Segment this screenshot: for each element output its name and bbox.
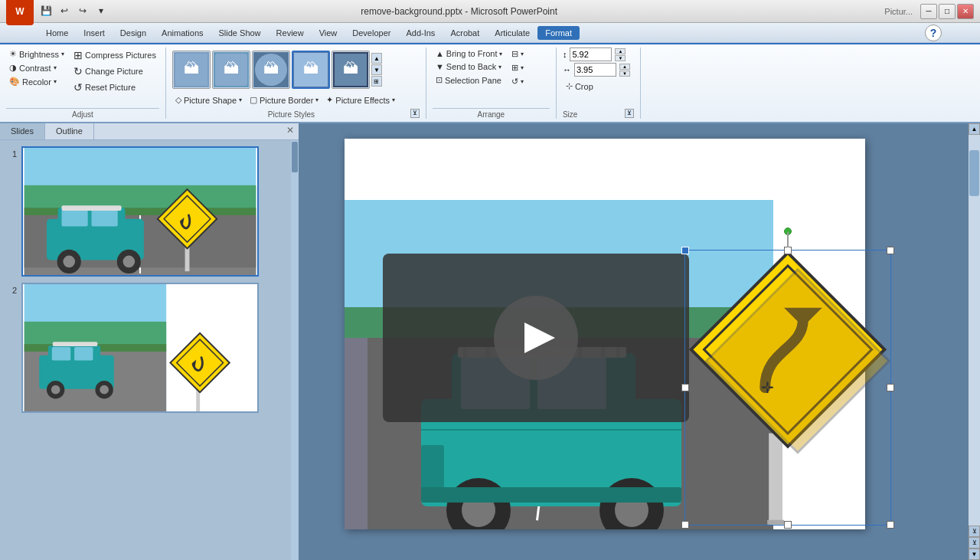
maximize-button[interactable]: □ (939, 4, 956, 19)
selection-pane-button[interactable]: ⊡ Selection Pane (433, 74, 506, 87)
minimize-button[interactable]: ─ (920, 4, 937, 19)
size-expand-button[interactable]: ⊻ (625, 109, 634, 118)
svg-rect-58 (345, 338, 368, 529)
app-label: Pictur... (884, 7, 913, 16)
menu-insert[interactable]: Insert (76, 26, 113, 40)
height-down-arrow[interactable]: ▼ (615, 55, 626, 61)
menu-view[interactable]: View (312, 26, 345, 40)
picture-styles-bottom: Picture Styles ⊻ (172, 107, 420, 119)
picture-border-icon: ▢ (250, 95, 257, 105)
svg-point-44 (51, 385, 60, 395)
slide-thumb-1[interactable] (21, 146, 259, 277)
reset-picture-button[interactable]: ↺ Reset Picture (70, 80, 159, 95)
style-thumb-1[interactable]: 🏔 (172, 51, 211, 89)
handle-se[interactable] (887, 521, 894, 529)
move-cursor-icon[interactable]: ✛ (761, 378, 774, 397)
slides-scrollbar-thumb[interactable] (292, 142, 298, 172)
style-thumb-3[interactable]: 🏔 (252, 51, 290, 89)
style-expand[interactable]: ⊞ (371, 76, 382, 87)
close-button[interactable]: ✕ (957, 4, 974, 19)
slide-number-2: 2 (6, 283, 17, 295)
tab-outline[interactable]: Outline (45, 123, 94, 139)
menu-format[interactable]: Format (537, 26, 580, 40)
menu-developer[interactable]: Developer (345, 26, 398, 40)
picture-effects-icon: ✦ (326, 95, 333, 105)
handle-ne[interactable] (887, 247, 894, 254)
contrast-button[interactable]: ◑ Contrast ▾ (6, 61, 67, 74)
menu-design[interactable]: Design (113, 26, 154, 40)
crop-button[interactable]: ⊹ Crop (563, 80, 630, 93)
slide-canvas: ✛ (345, 139, 865, 529)
save-qat-button[interactable]: 💾 (38, 3, 54, 18)
width-up-arrow[interactable]: ▲ (619, 64, 630, 70)
handle-nw[interactable] (681, 247, 689, 254)
picture-border-button[interactable]: ▢ Picture Border ▾ (247, 93, 322, 106)
slide-number-1: 1 (6, 146, 17, 159)
bring-to-front-button[interactable]: ▲ Bring to Front ▾ (433, 47, 506, 60)
height-input[interactable] (570, 47, 612, 61)
align-button[interactable]: ⊟ ▾ (508, 47, 527, 61)
rotation-line (787, 232, 789, 247)
handle-n[interactable] (784, 247, 792, 254)
tab-slides[interactable]: Slides (0, 123, 45, 139)
rotate-icon: ↺ (511, 77, 518, 87)
vscroll-thumb[interactable] (969, 150, 979, 196)
handle-sw[interactable] (681, 521, 689, 529)
compress-button[interactable]: ⊞ Compress Pictures (70, 47, 159, 63)
slide-item-1[interactable]: 1 (6, 146, 285, 277)
align-icon: ⊟ (511, 49, 518, 59)
handle-w[interactable] (681, 384, 689, 391)
menu-animations[interactable]: Animations (154, 26, 211, 40)
slide-panel-close[interactable]: ✕ (282, 123, 299, 139)
picture-effects-button[interactable]: ✦ Picture Effects ▾ (323, 93, 398, 106)
adjust-col-1: ☀ Brightness ▾ ◑ Contrast ▾ 🎨 Recolor ▾ (6, 47, 67, 88)
ribbon-group-size: ↕ ▲ ▼ ↔ ▲ ▼ (557, 47, 641, 119)
rotate-button[interactable]: ↺ ▾ (508, 75, 527, 88)
handle-s[interactable] (784, 521, 792, 529)
send-to-back-button[interactable]: ▼ Send to Back ▾ (433, 61, 506, 73)
brightness-button[interactable]: ☀ Brightness ▾ (6, 47, 67, 61)
width-down-arrow[interactable]: ▼ (619, 70, 630, 77)
slide-item-2[interactable]: 2 (6, 283, 285, 413)
picture-styles-expand-button[interactable]: ⊻ (410, 109, 420, 118)
size-group-content: ↕ ▲ ▼ ↔ ▲ ▼ (563, 47, 634, 107)
menu-articulate[interactable]: Articulate (487, 26, 537, 40)
change-picture-button[interactable]: ↻ Change Picture (70, 64, 159, 79)
recolor-button[interactable]: 🎨 Recolor ▾ (6, 75, 67, 88)
style-scroll-down[interactable]: ▼ (371, 64, 382, 75)
menu-slideshow[interactable]: Slide Show (211, 26, 269, 40)
vscroll-up[interactable]: ▲ (969, 123, 980, 135)
style-scroll-up[interactable]: ▲ (371, 53, 382, 64)
menu-acrobat[interactable]: Acrobat (443, 26, 487, 40)
picture-border-label: Picture Border (260, 96, 313, 105)
vscroll-down[interactable]: ▼ (969, 549, 980, 560)
svg-point-29 (123, 256, 136, 268)
slide-thumb-2[interactable] (21, 283, 259, 413)
svg-text:🏔: 🏔 (184, 60, 199, 77)
height-up-arrow[interactable]: ▲ (615, 48, 626, 54)
group-button[interactable]: ⊞ ▾ (508, 61, 527, 74)
style-thumb-5[interactable]: 🏔 (332, 51, 370, 89)
style-thumb-2[interactable]: 🏔 (212, 51, 250, 89)
svg-rect-47 (53, 342, 98, 346)
selected-object-container[interactable]: ✛ (684, 250, 891, 526)
menu-home[interactable]: Home (38, 26, 76, 40)
vscroll-btn-1[interactable]: ⊻ (969, 526, 980, 537)
office-button[interactable]: W (6, 0, 34, 25)
redo-qat-button[interactable]: ↪ (75, 3, 90, 18)
help-button[interactable]: ? (925, 25, 942, 41)
style-thumb-4[interactable]: 🏔 (292, 51, 330, 89)
titlebar-right: Pictur... ─ □ ✕ (884, 4, 974, 19)
width-input[interactable] (574, 63, 616, 77)
picture-effects-dropdown: ▾ (392, 97, 395, 103)
undo-qat-button[interactable]: ↩ (57, 3, 72, 18)
menu-addins[interactable]: Add-Ins (398, 26, 443, 40)
more-qat-button[interactable]: ▾ (93, 3, 109, 18)
vertical-scrollbar[interactable]: ▲ ⊻ ⊻ ▼ (969, 123, 980, 560)
slides-scrollbar[interactable] (291, 140, 299, 560)
slide-panel: Slides Outline ✕ 1 (0, 123, 299, 560)
handle-e[interactable] (887, 384, 894, 391)
vscroll-btn-2[interactable]: ⊻ (969, 537, 980, 549)
menu-review[interactable]: Review (269, 26, 312, 40)
picture-shape-button[interactable]: ◇ Picture Shape ▾ (172, 93, 245, 106)
